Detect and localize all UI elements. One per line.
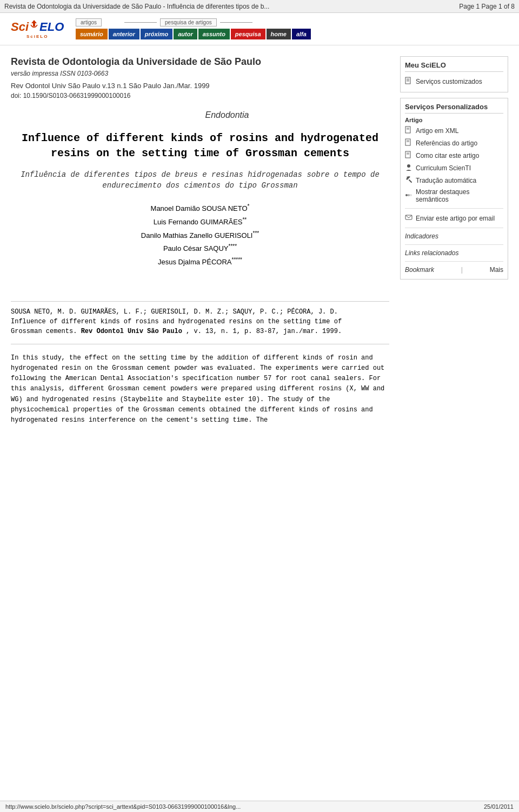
doc-icon-xml xyxy=(405,126,412,135)
doc-icon-citar xyxy=(405,151,412,160)
journal-title: Revista de Odontologia da Universidade d… xyxy=(11,56,389,68)
enviar-label: Enviar este artigo por email xyxy=(416,215,495,222)
page-info: Page 1 Page 1 of 8 xyxy=(459,3,515,10)
artigo-xml-item[interactable]: Artigo em XML xyxy=(405,124,503,137)
nav-btn-alfa[interactable]: alfa xyxy=(292,29,311,39)
svg-rect-7 xyxy=(405,139,410,145)
article-title-pt: Influência de diferentes tipos de breus … xyxy=(11,170,389,191)
left-content: Revista de Odontologia da Universidade d… xyxy=(11,56,389,434)
logo-sub: SciELO xyxy=(26,34,48,39)
links-title: Links relacionados xyxy=(405,248,503,258)
indicadores-title: Indicadores xyxy=(405,231,503,241)
nav-btn-anterior[interactable]: anterior xyxy=(109,29,139,39)
person-icon xyxy=(405,163,412,172)
nav-btn-sumario[interactable]: sumário xyxy=(76,29,108,39)
abstract-block: In this study, the effect on the setting… xyxy=(11,353,389,425)
nav-btn-home[interactable]: home xyxy=(267,29,291,39)
right-sidebar: Meu SciELO Serviços customizados Serviço… xyxy=(400,56,508,434)
traducao-label: Tradução automática xyxy=(416,177,476,184)
citation-authors: SOUSA NETO, M. D. GUIMARÃES, L. F.; GUER… xyxy=(11,308,389,316)
author-1[interactable]: Manoel Damião SOUSA NETO* xyxy=(11,202,389,215)
author-3-name: Danilo Mathias Zanello GUERISOLI xyxy=(141,231,253,239)
links-section: Links relacionados xyxy=(405,244,503,258)
logo-sci: Sci xyxy=(11,20,29,34)
artigo-xml-label: Artigo em XML xyxy=(416,127,458,135)
nav-btn-proximo[interactable]: próximo xyxy=(141,29,172,39)
author-2-name: Luis Fernando GUIMARÃES xyxy=(154,218,243,226)
como-citar-label: Como citar este artigo xyxy=(416,152,479,159)
referencias-item[interactable]: Referências do artigo xyxy=(405,137,503,149)
citation-article-line2: Grossman cements. Rev Odontol Univ São P… xyxy=(11,328,389,335)
browser-title: Revista de Odontologia da Universidade d… xyxy=(4,3,269,10)
author-4[interactable]: Paulo César SAQUY**** xyxy=(11,242,389,255)
author-2[interactable]: Luis Fernando GUIMARÃES** xyxy=(11,215,389,229)
bookmark-title: Bookmark xyxy=(405,265,434,275)
browser-title-bar: Revista de Odontologia da Universidade d… xyxy=(0,0,519,13)
referencias-label: Referências do artigo xyxy=(416,139,477,147)
line-separator2 xyxy=(220,22,252,23)
enviar-email-item[interactable]: Enviar este artigo por email xyxy=(405,212,503,224)
main-content: Revista de Odontologia da Universidade d… xyxy=(0,45,519,445)
dots-icon xyxy=(405,191,412,201)
curriculum-label: Curriculum ScienTI xyxy=(416,164,471,172)
scielo-logo[interactable]: Sci ELO SciELO xyxy=(11,19,65,39)
svg-point-16 xyxy=(410,194,412,196)
article-title-en: Influence of different kinds of rosins a… xyxy=(11,131,389,161)
author-1-name: Manoel Damião SOUSA NETO xyxy=(151,205,248,213)
traducao-item[interactable]: Tradução automática xyxy=(405,174,503,187)
pesquisa-label: pesquisa de artigos xyxy=(160,18,217,26)
logo-icon xyxy=(29,19,39,31)
indicadores-section: Indicadores xyxy=(405,228,503,241)
svg-point-15 xyxy=(408,194,410,196)
section-label: Endodontia xyxy=(65,110,389,120)
journal-meta: Rev Odontol Univ São Paulo v.13 n.1 São … xyxy=(11,82,389,90)
author-3[interactable]: Danilo Mathias Zanello GUERISOLI*** xyxy=(11,229,389,242)
enviar-section: Enviar este artigo por email xyxy=(405,208,503,224)
svg-rect-0 xyxy=(405,77,410,84)
destaques-label: Mostrar destaques semânticos xyxy=(416,188,503,203)
nav-btn-assunto[interactable]: assunto xyxy=(198,29,230,39)
nav-btn-pesquisa[interactable]: pesquisa xyxy=(231,29,265,39)
author-4-name: Paulo César SAQUY xyxy=(163,245,229,253)
line-separator1 xyxy=(124,22,157,23)
svg-point-13 xyxy=(407,164,410,168)
meu-scielo-title: Meu SciELO xyxy=(405,61,503,72)
citation-journal: Rev Odontol Univ São Paulo xyxy=(81,328,182,335)
email-icon xyxy=(405,214,412,223)
svg-rect-4 xyxy=(405,127,410,133)
doc-icon-ref xyxy=(405,138,412,148)
citation-block: SOUSA NETO, M. D. GUIMARÃES, L. F.; GUER… xyxy=(11,301,389,344)
servicos-customizados-label: Serviços customizados xyxy=(416,78,482,85)
svg-point-14 xyxy=(405,194,408,196)
servicos-personalizados-section: Serviços Personalizados Artigo Artigo em… xyxy=(400,98,508,279)
artigos-label: artigos xyxy=(76,18,102,26)
nav-btn-autor[interactable]: autor xyxy=(174,29,197,39)
bookmark-section: Bookmark | Mais xyxy=(405,261,503,275)
destaques-item[interactable]: Mostrar destaques semânticos xyxy=(405,187,503,205)
citation-journal-details: , v. 13, n. 1, p. 83-87, jan./mar. 1999. xyxy=(186,328,342,335)
document-icon xyxy=(405,77,412,86)
artigo-section-title: Artigo xyxy=(405,117,503,123)
journal-subtitle: versão impressa ISSN 0103-0663 xyxy=(11,70,389,77)
nav-buttons-area: artigos pesquisa de artigos sumário ante… xyxy=(76,18,311,39)
abstract-text: In this study, the effect on the setting… xyxy=(11,353,389,425)
bookmark-row: Bookmark | Mais xyxy=(405,265,503,275)
mais-link[interactable]: Mais xyxy=(490,266,503,274)
svg-rect-10 xyxy=(405,151,410,158)
author-5-name: Jesus Djalma PÉCORA xyxy=(158,258,232,266)
citation-article-line1: Influence of different kinds of rosins a… xyxy=(11,318,389,325)
servicos-customizados[interactable]: Serviços customizados xyxy=(405,75,503,88)
logo-elo: ELO xyxy=(39,20,64,34)
wrench-icon xyxy=(405,176,412,185)
curriculum-item[interactable]: Curriculum ScienTI xyxy=(405,162,503,174)
authors: Manoel Damião SOUSA NETO* Luis Fernando … xyxy=(11,202,389,269)
servicos-personalizados-title: Serviços Personalizados xyxy=(405,103,503,114)
nav-area: Sci ELO SciELO artigos xyxy=(0,13,519,45)
meu-scielo-section: Meu SciELO Serviços customizados xyxy=(400,56,508,92)
como-citar-item[interactable]: Como citar este artigo xyxy=(405,149,503,162)
author-5[interactable]: Jesus Djalma PÉCORA***** xyxy=(11,255,389,269)
doi-line: doi: 10.1590/S0103-06631999000100016 xyxy=(11,92,389,99)
